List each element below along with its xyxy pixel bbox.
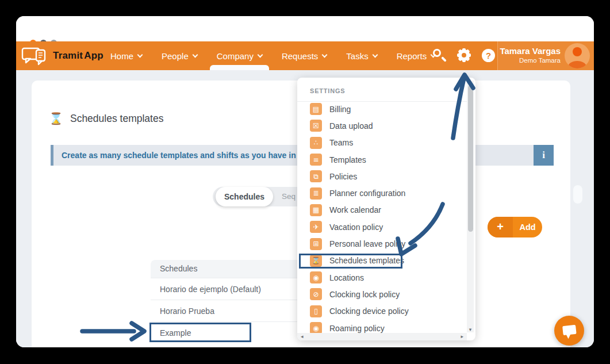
- scroll-left-icon[interactable]: ◂: [301, 334, 304, 339]
- chevron-down-icon: [372, 52, 378, 58]
- page-title: ⌛ Schedules templates: [49, 112, 163, 125]
- info-button[interactable]: i: [534, 145, 554, 166]
- browser-window: TramitApp Home People Company Requests T…: [16, 16, 594, 347]
- gear-icon[interactable]: [456, 48, 471, 63]
- search-icon[interactable]: [432, 48, 447, 63]
- nav-item-tasks[interactable]: Tasks: [338, 41, 385, 70]
- brand-logo[interactable]: TramitApp: [21, 44, 103, 68]
- menu-item-locations[interactable]: ◉Locations: [297, 269, 467, 286]
- main-content: ⌛ Schedules templates Create as many sch…: [16, 70, 594, 347]
- menu-item-schedules-templates[interactable]: ⌛Schedules templates: [297, 252, 467, 269]
- scroll-down-icon[interactable]: ▾: [467, 327, 474, 332]
- personal-leave-policy-icon: ⊞: [310, 238, 322, 250]
- schedules-templates-icon: ⌛: [310, 255, 322, 267]
- menu-item-data-upload[interactable]: ☒Data upload: [297, 117, 467, 134]
- chat-bubble-icon: [554, 316, 584, 346]
- chevron-down-icon: [137, 52, 143, 58]
- plus-icon: +: [488, 217, 513, 237]
- add-button[interactable]: + Add: [488, 217, 542, 237]
- menu-item-templates[interactable]: ≡Templates: [297, 151, 467, 168]
- teams-icon: ∴: [310, 137, 322, 149]
- policies-icon: ⧉: [310, 170, 322, 182]
- dropdown-vertical-scrollbar[interactable]: ▾: [467, 81, 474, 332]
- active-nav-underline: [210, 65, 269, 70]
- menu-item-billing[interactable]: ▤Billing: [297, 101, 467, 117]
- clocking-lock-policy-icon: ⊘: [310, 288, 322, 300]
- user-menu[interactable]: Tamara Vargas Demo Tamara: [497, 41, 594, 70]
- nav-item-company[interactable]: Company: [209, 41, 270, 70]
- menu-item-planner-configuration[interactable]: ≣Planner configuration: [297, 185, 467, 201]
- chat-button[interactable]: [554, 316, 584, 346]
- chevron-down-icon: [257, 52, 263, 58]
- tramitapp-logo-icon: [21, 44, 51, 68]
- user-info: Tamara Vargas Demo Tamara: [500, 46, 561, 64]
- tab-sequences[interactable]: Seq: [282, 187, 296, 206]
- nav-item-people[interactable]: People: [154, 41, 205, 70]
- top-navbar: TramitApp Home People Company Requests T…: [16, 41, 594, 70]
- planner-configuration-icon: ≣: [310, 187, 322, 200]
- window-titlebar: [16, 16, 594, 41]
- hourglass-icon: ⌛: [49, 112, 63, 125]
- menu-item-vacation-policy[interactable]: ✈Vacation policy: [297, 219, 467, 235]
- dropdown-scrollbar-thumb[interactable]: [468, 85, 473, 232]
- locations-icon: ◉: [310, 271, 322, 283]
- menu-item-work-calendar[interactable]: ▦Work calendar: [297, 202, 467, 219]
- settings-dropdown: SETTINGS ▤Billing ☒Data upload ∴Teams ≡T…: [297, 78, 475, 340]
- nav-menu: Home People Company Requests Tasks Repor…: [102, 41, 443, 70]
- help-icon[interactable]: ?: [482, 49, 495, 62]
- settings-menu-title: SETTINGS: [310, 87, 345, 94]
- data-upload-icon: ☒: [310, 120, 322, 132]
- work-calendar-icon: ▦: [310, 204, 322, 216]
- dropdown-horizontal-scrollbar[interactable]: ◂ ▸: [297, 333, 467, 340]
- nav-item-home[interactable]: Home: [102, 41, 150, 70]
- menu-item-teams[interactable]: ∴Teams: [297, 135, 467, 151]
- clocking-device-policy-icon: ▯: [310, 305, 322, 317]
- vacation-policy-icon: ✈: [310, 221, 322, 233]
- tab-schedules[interactable]: Schedules: [216, 187, 273, 206]
- chevron-down-icon: [322, 52, 328, 58]
- scroll-right-icon[interactable]: ▸: [461, 334, 463, 339]
- avatar[interactable]: [565, 43, 590, 68]
- settings-menu-list: ▤Billing ☒Data upload ∴Teams ≡Templates …: [297, 101, 467, 333]
- nav-item-requests[interactable]: Requests: [274, 41, 335, 70]
- menu-item-clocking-lock-policy[interactable]: ⊘Clocking lock policy: [297, 286, 467, 302]
- menu-item-policies[interactable]: ⧉Policies: [297, 168, 467, 185]
- templates-icon: ≡: [310, 154, 322, 166]
- chevron-down-icon: [192, 52, 198, 58]
- billing-icon: ▤: [310, 103, 322, 115]
- menu-item-clocking-device-policy[interactable]: ▯Clocking device policy: [297, 303, 467, 320]
- user-role: Demo Tamara: [500, 57, 561, 64]
- menu-item-personal-leave-policy[interactable]: ⊞Personal leave policy: [297, 235, 467, 252]
- menu-item-roaming-policy[interactable]: ◉Roaming policy: [297, 320, 467, 333]
- user-name: Tamara Vargas: [500, 46, 561, 56]
- page-scrollbar-thumb[interactable]: [573, 185, 582, 204]
- brand-name: TramitApp: [53, 50, 103, 62]
- roaming-policy-icon: ◉: [310, 322, 322, 333]
